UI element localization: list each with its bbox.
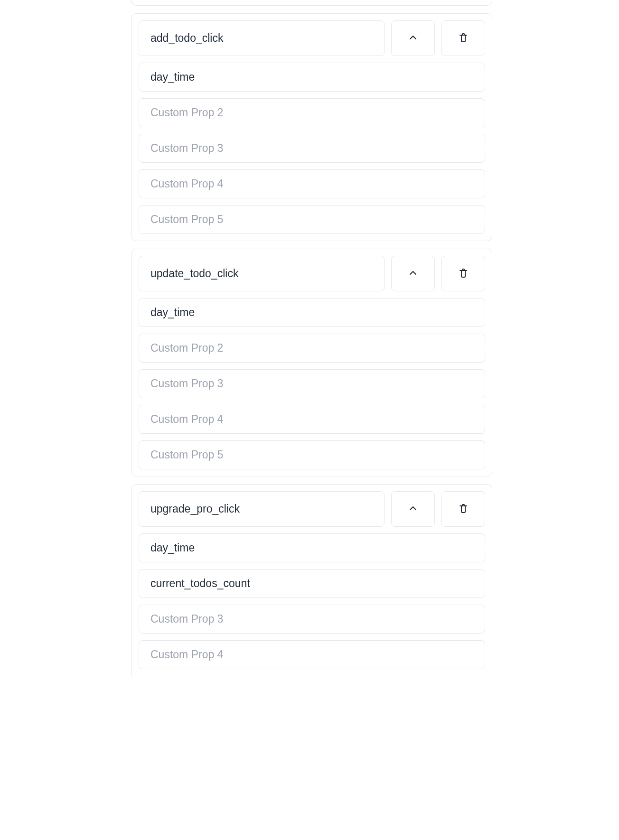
- event-name-input[interactable]: [139, 20, 385, 56]
- chevron-up-icon: [407, 32, 419, 45]
- event-header-row: [139, 491, 485, 527]
- event-card: [131, 484, 492, 676]
- prop-input-3[interactable]: [139, 369, 485, 398]
- prop-input-4[interactable]: [139, 405, 485, 434]
- event-card: [131, 249, 492, 476]
- collapse-button[interactable]: [391, 256, 435, 291]
- prop-input-1[interactable]: [139, 63, 485, 92]
- prop-input-5[interactable]: [139, 205, 485, 234]
- trash-icon: [458, 503, 469, 515]
- collapse-button[interactable]: [391, 491, 435, 527]
- prop-input-2[interactable]: [139, 98, 485, 127]
- prop-input-3[interactable]: [139, 134, 485, 163]
- collapse-button[interactable]: [391, 20, 435, 56]
- prop-input-4[interactable]: [139, 169, 485, 198]
- trash-icon: [458, 32, 469, 45]
- event-card: [131, 13, 492, 241]
- chevron-up-icon: [407, 503, 419, 515]
- delete-button[interactable]: [441, 20, 485, 56]
- prop-input-4[interactable]: [139, 640, 485, 669]
- prop-input-2[interactable]: [139, 569, 485, 598]
- prop-input-5[interactable]: [139, 440, 485, 469]
- event-name-input[interactable]: [139, 491, 385, 527]
- prop-input-1[interactable]: [139, 298, 485, 327]
- chevron-up-icon: [407, 267, 419, 280]
- event-card-partial: [131, 0, 492, 6]
- delete-button[interactable]: [441, 491, 485, 527]
- event-header-row: [139, 20, 485, 56]
- prop-input-1[interactable]: [139, 533, 485, 562]
- event-name-input[interactable]: [139, 256, 385, 291]
- prop-input-2[interactable]: [139, 334, 485, 363]
- delete-button[interactable]: [441, 256, 485, 291]
- trash-icon: [458, 267, 469, 280]
- event-header-row: [139, 256, 485, 291]
- prop-input-3[interactable]: [139, 605, 485, 634]
